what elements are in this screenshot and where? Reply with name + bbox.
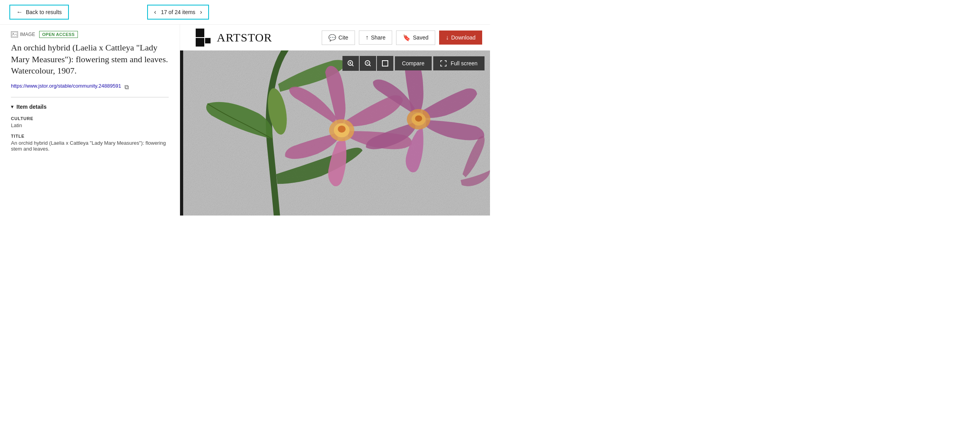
saved-button[interactable]: 🔖 Saved [396, 31, 435, 45]
svg-rect-9 [382, 61, 388, 66]
artwork-display [180, 50, 490, 216]
download-label: Download [451, 34, 476, 41]
saved-label: Saved [413, 34, 429, 41]
logo-cell-br [205, 38, 211, 43]
culture-value: Latin [11, 122, 169, 128]
viewer-toolbar: Compare Full screen [342, 56, 485, 71]
pagination-prev-button[interactable]: ‹ [154, 9, 156, 16]
section-divider [11, 97, 169, 97]
fit-to-screen-button[interactable] [377, 56, 393, 71]
title-value: An orchid hybrid (Laelia x Cattleya "Lad… [11, 140, 169, 152]
chevron-down-icon: ▾ [11, 104, 13, 110]
right-header: ARTSTOR 💬 Cite ↑ Share 🔖 Saved ↓ Downloa… [180, 25, 490, 50]
item-url-row: https://www.jstor.org/stable/community.2… [11, 83, 169, 91]
copy-url-icon[interactable]: ⧉ [124, 84, 129, 91]
svg-rect-13 [180, 50, 183, 216]
top-nav-bar: ← Back to results ‹ 17 of 24 items › [0, 0, 490, 25]
back-arrow-icon: ← [16, 9, 23, 16]
item-title: An orchid hybrid (Laelia x Cattleya "Lad… [11, 42, 169, 77]
left-panel: IMAGE OPEN ACCESS An orchid hybrid (Lael… [0, 25, 180, 216]
cite-icon: 💬 [328, 34, 336, 41]
open-access-badge: OPEN ACCESS [39, 31, 78, 38]
zoom-in-button[interactable] [342, 56, 359, 71]
item-url-text[interactable]: https://www.jstor.org/stable/community.2… [11, 83, 121, 89]
zoom-controls [342, 56, 393, 71]
bookmark-icon: 🔖 [403, 34, 411, 41]
fullscreen-button[interactable]: Full screen [433, 56, 485, 70]
right-panel: ARTSTOR 💬 Cite ↑ Share 🔖 Saved ↓ Downloa… [180, 25, 490, 216]
svg-point-17 [338, 126, 346, 133]
pagination-nav: ‹ 17 of 24 items › [147, 5, 209, 20]
type-badge-row: IMAGE OPEN ACCESS [11, 31, 169, 38]
logo-text: ARTSTOR [217, 31, 272, 44]
svg-line-5 [352, 65, 353, 66]
title-label: TITLE [11, 134, 169, 138]
metadata-title: TITLE An orchid hybrid (Laelia x Cattley… [11, 134, 169, 152]
image-viewer: Compare Full screen [180, 50, 490, 216]
cite-label: Cite [339, 34, 348, 41]
culture-label: CULTURE [11, 116, 169, 121]
compare-label: Compare [402, 60, 425, 66]
back-to-results-button[interactable]: ← Back to results [9, 5, 69, 20]
logo-grid [196, 29, 214, 47]
cite-button[interactable]: 💬 Cite [322, 31, 355, 45]
svg-line-8 [369, 65, 371, 66]
compare-button[interactable]: Compare [395, 56, 432, 70]
item-details-label: Item details [16, 104, 47, 110]
share-label: Share [371, 34, 386, 41]
share-button[interactable]: ↑ Share [359, 31, 392, 45]
pagination-label: 17 of 24 items [161, 9, 195, 15]
svg-point-20 [415, 115, 422, 122]
metadata-culture: CULTURE Latin [11, 116, 169, 128]
type-label: IMAGE [11, 31, 35, 38]
share-icon: ↑ [366, 34, 369, 41]
fullscreen-label: Full screen [451, 60, 477, 66]
download-icon: ↓ [446, 34, 449, 41]
zoom-out-button[interactable] [360, 56, 376, 71]
back-to-results-label: Back to results [26, 9, 62, 15]
item-details-toggle[interactable]: ▾ Item details [11, 104, 169, 110]
svg-rect-0 [12, 32, 17, 37]
logo-cell-tl [196, 29, 204, 37]
logo-cell-bl [196, 38, 204, 47]
download-button[interactable]: ↓ Download [439, 31, 482, 45]
main-layout: IMAGE OPEN ACCESS An orchid hybrid (Lael… [0, 25, 490, 216]
image-type-icon [11, 31, 18, 38]
pagination-next-button[interactable]: › [200, 9, 202, 16]
artstor-logo: ARTSTOR [196, 29, 272, 47]
